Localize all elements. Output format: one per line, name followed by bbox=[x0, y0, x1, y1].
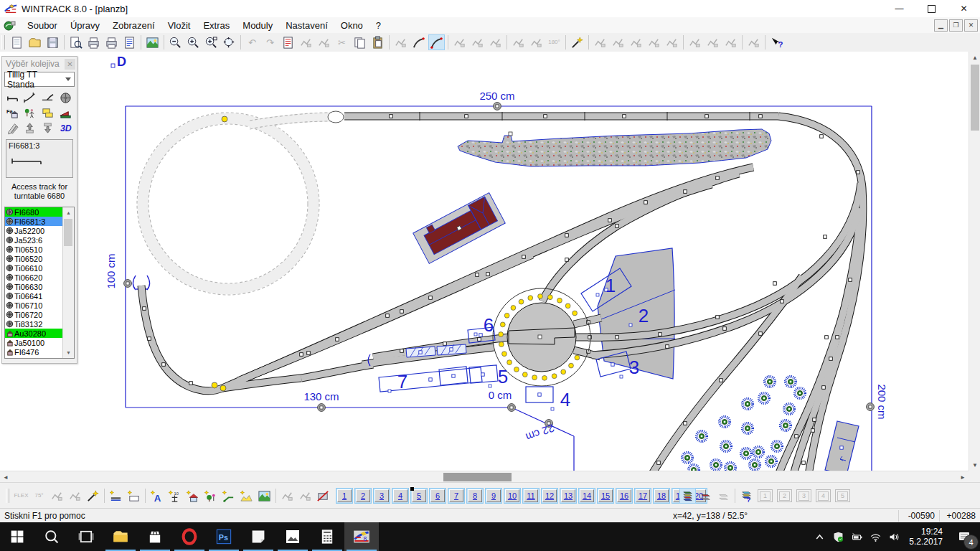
tree[interactable] bbox=[795, 388, 805, 398]
turnout-icon[interactable] bbox=[40, 90, 56, 105]
copy-icon[interactable] bbox=[352, 34, 368, 50]
tree[interactable] bbox=[743, 399, 753, 409]
insert-figure-icon[interactable] bbox=[202, 488, 219, 504]
page-list-icon[interactable] bbox=[121, 34, 138, 50]
list-scroll-up-arrow[interactable]: ▲ bbox=[63, 207, 74, 218]
curved-track-icon[interactable] bbox=[22, 90, 38, 105]
flex-import-icon[interactable] bbox=[22, 121, 38, 135]
open-file-icon[interactable] bbox=[27, 34, 43, 50]
tree[interactable] bbox=[741, 448, 751, 458]
tree[interactable] bbox=[766, 456, 776, 466]
menu-okno[interactable]: Okno bbox=[334, 19, 369, 32]
curve-track-icon[interactable] bbox=[410, 34, 427, 50]
taskbar-start-icon[interactable] bbox=[0, 522, 34, 551]
dimension-22cm[interactable]: 22 cm bbox=[524, 420, 556, 444]
layers-all-icon[interactable] bbox=[679, 488, 696, 504]
tree[interactable] bbox=[786, 377, 796, 387]
view-3d-icon[interactable]: 3D bbox=[57, 121, 73, 135]
zoom-fit-icon[interactable] bbox=[221, 34, 237, 50]
insert-text-icon[interactable]: A bbox=[149, 488, 165, 504]
insert-building-icon[interactable] bbox=[184, 488, 201, 504]
battery-icon[interactable] bbox=[847, 522, 866, 551]
window-close-button[interactable]: ✕ bbox=[948, 0, 980, 17]
page-button-18[interactable]: 18 bbox=[653, 488, 670, 504]
print-preview-icon[interactable] bbox=[67, 34, 84, 50]
page-button-13[interactable]: 13 bbox=[560, 488, 577, 504]
page-button-16[interactable]: 16 bbox=[616, 488, 633, 504]
track-system-dropdown[interactable]: Tillig TT Standa bbox=[4, 72, 75, 87]
horizontal-scroll-thumb[interactable] bbox=[443, 473, 512, 481]
tree[interactable] bbox=[765, 377, 775, 387]
paste-icon[interactable] bbox=[369, 34, 386, 50]
insert-signal-icon[interactable] bbox=[220, 488, 237, 504]
tree[interactable] bbox=[772, 441, 782, 451]
page-button-5[interactable]: 5 bbox=[410, 488, 428, 504]
taskbar-sticky-notes-icon[interactable] bbox=[241, 522, 275, 551]
taskbar-clock[interactable]: 19:24 5.2.2017 bbox=[903, 527, 948, 547]
turntable-icon[interactable] bbox=[57, 90, 73, 105]
hidden-circle-track[interactable] bbox=[133, 111, 344, 295]
tree[interactable] bbox=[750, 460, 760, 470]
ramp-icon[interactable] bbox=[57, 105, 73, 120]
tree[interactable] bbox=[784, 404, 794, 414]
station-building[interactable] bbox=[413, 193, 505, 264]
tree[interactable] bbox=[720, 417, 730, 427]
page-button-6[interactable]: 6 bbox=[429, 488, 446, 504]
scroll-up-arrow[interactable]: ▲ bbox=[969, 52, 980, 63]
insert-image-icon[interactable] bbox=[256, 488, 273, 504]
dimension-130cm[interactable]: 130 cm bbox=[303, 390, 339, 411]
plan-letter[interactable]: D bbox=[111, 55, 126, 69]
page-button-8[interactable]: 8 bbox=[466, 488, 484, 504]
action-center-icon[interactable]: 4 bbox=[948, 522, 980, 551]
tree[interactable] bbox=[725, 463, 735, 471]
structure-label-7[interactable]: 7 bbox=[397, 371, 407, 392]
page-button-12[interactable]: 12 bbox=[541, 488, 558, 504]
structure-label-3[interactable]: 3 bbox=[629, 357, 639, 378]
structure-label-6[interactable]: 6 bbox=[484, 314, 494, 336]
mdi-restore-button[interactable]: ❐ bbox=[949, 19, 963, 32]
new-file-icon[interactable] bbox=[9, 34, 25, 50]
vertical-scrollbar[interactable]: ▲ ▼ bbox=[969, 52, 980, 471]
zoom-in-icon[interactable] bbox=[185, 34, 202, 50]
toolbar-grip[interactable] bbox=[6, 489, 9, 503]
taskbar-search-icon[interactable] bbox=[34, 522, 69, 551]
yellow-node[interactable] bbox=[220, 385, 226, 391]
drawing-icon[interactable] bbox=[4, 121, 20, 135]
building-fa-icon[interactable]: Fa bbox=[4, 105, 20, 120]
page-button-11[interactable]: 11 bbox=[522, 488, 540, 504]
track-list[interactable]: FI6680FI6681:3Ja52200Ja523:6Ti06510Ti065… bbox=[4, 207, 75, 359]
blocks-icon[interactable] bbox=[40, 105, 56, 120]
menu-pravy[interactable]: Úpravy bbox=[64, 19, 106, 32]
dimension-250cm[interactable]: 250 cm bbox=[479, 90, 514, 110]
tree[interactable] bbox=[781, 420, 791, 430]
dimension-100cm[interactable]: 100 cm bbox=[105, 253, 131, 288]
vertical-scroll-thumb[interactable] bbox=[971, 65, 979, 131]
insert-dimension-icon[interactable]: 10 bbox=[166, 488, 183, 504]
page-button-3[interactable]: 3 bbox=[373, 488, 390, 504]
scroll-down-arrow[interactable]: ▼ bbox=[969, 459, 980, 471]
wifi-icon[interactable] bbox=[866, 522, 885, 551]
magic-track-icon[interactable] bbox=[85, 488, 101, 504]
layers-help-icon[interactable]: ? bbox=[738, 488, 755, 504]
track-network[interactable] bbox=[141, 116, 863, 471]
accessories-icon[interactable] bbox=[22, 105, 38, 120]
list-scroll-thumb[interactable] bbox=[64, 219, 72, 246]
page-button-14[interactable]: 14 bbox=[578, 488, 595, 504]
dimension-0cm[interactable]: 0 cm bbox=[489, 389, 516, 411]
page-button-10[interactable]: 10 bbox=[504, 488, 521, 504]
structure-label-2[interactable]: 2 bbox=[639, 305, 649, 326]
track-plan-canvas[interactable]: 250 cm100 cm130 cm0 cm22 cm200 cm 123456… bbox=[0, 52, 969, 471]
taskbar-store-icon[interactable] bbox=[138, 522, 172, 551]
taskbar-task-view-icon[interactable] bbox=[69, 522, 103, 551]
flex-export-icon[interactable] bbox=[40, 121, 56, 135]
volume-icon[interactable] bbox=[885, 522, 903, 551]
mountain-texture[interactable] bbox=[458, 129, 771, 166]
structure-label-1[interactable]: 1 bbox=[606, 275, 616, 296]
window-maximize-button[interactable] bbox=[915, 0, 948, 17]
tree[interactable] bbox=[682, 453, 692, 463]
tree[interactable] bbox=[743, 423, 753, 433]
hide-layer-icon[interactable] bbox=[315, 488, 331, 504]
menu-moduly[interactable]: Moduly bbox=[236, 19, 279, 32]
list-scroll-down-arrow[interactable]: ▼ bbox=[63, 347, 74, 358]
menu-zobrazen[interactable]: Zobrazení bbox=[106, 19, 161, 32]
